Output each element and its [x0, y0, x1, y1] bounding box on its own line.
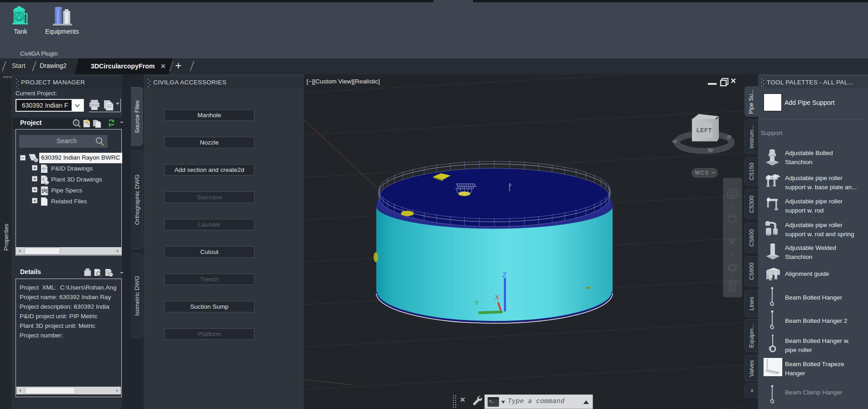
svg-text:WCS: WCS	[695, 170, 709, 176]
svg-text:Y: Y	[474, 299, 479, 306]
svg-text:X: X	[495, 294, 499, 301]
svg-text:Z: Z	[502, 271, 506, 279]
svg-text:LEFT: LEFT	[696, 127, 712, 134]
